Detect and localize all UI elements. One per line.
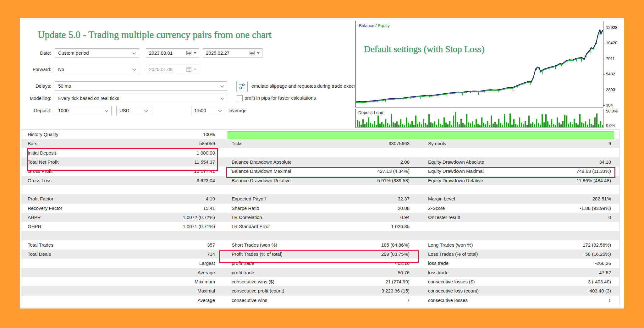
- chart-legend: Balance / Equity: [359, 23, 390, 28]
- date-to-field[interactable]: 2025.02.27: [203, 48, 262, 58]
- forward-select[interactable]: No: [55, 65, 139, 74]
- y-axis-label: 12928: [606, 25, 617, 30]
- profit-in-pips-label: profit in pips for faster calculations: [245, 93, 316, 103]
- modelling-label: Modelling:: [19, 94, 51, 103]
- table-row: Averageprofit trade50.76loss trade-47.62: [21, 268, 619, 277]
- profit-in-pips-checkbox[interactable]: [237, 95, 243, 101]
- caret-down-icon: [257, 52, 260, 54]
- table-row: Maximalconsecutive profit (count)3 223.3…: [21, 286, 619, 295]
- chevron-down-icon: [105, 110, 108, 112]
- y-axis-label: 10420: [606, 41, 617, 45]
- deposit-label: Deposit:: [19, 106, 51, 115]
- slippage-settings-button[interactable]: [236, 81, 248, 92]
- date-label: Date:: [19, 48, 51, 58]
- y-axis-label: 384: [606, 103, 613, 107]
- chart-title: Default settings (with Stop Loss): [364, 44, 484, 54]
- caret-down-icon: [194, 52, 196, 54]
- deposit-load-min-label: 0.0%: [606, 123, 615, 128]
- chevron-down-icon: [218, 110, 222, 112]
- chevron-down-icon: [144, 110, 148, 112]
- deposit-load-label: Deposit Load: [358, 110, 383, 115]
- table-row: GHPR1.0071 (0.71%)LR Standard Error1 026…: [21, 222, 619, 231]
- highlight-drawdown-maximal: [226, 167, 615, 178]
- table-row: Total Trades357Short Trades (won %)185 (…: [21, 240, 619, 249]
- y-axis-label: 5402: [606, 72, 615, 76]
- sliders-icon: [237, 81, 247, 92]
- forward-label: Forward:: [19, 65, 51, 74]
- history-quality-bar: [228, 131, 614, 139]
- slippage-note: emulate slippage and requotes during tra…: [251, 81, 355, 91]
- leverage-label: leverage: [228, 106, 247, 115]
- table-row: Averageconsecutive wins7consecutive loss…: [21, 296, 619, 305]
- strategy-tester-report: Update 5.0 - Trading multiple currency p…: [0, 0, 644, 328]
- calendar-icon: [186, 51, 192, 56]
- table-row: Recovery Factor15.41Sharpe Ratio20.88Z-S…: [21, 204, 619, 213]
- legend-balance[interactable]: Balance: [359, 23, 374, 28]
- chevron-down-icon: [220, 85, 224, 88]
- deposit-load-max-label: 50.0%: [606, 109, 618, 113]
- forward-date-field: 2025.01.08: [146, 65, 199, 74]
- page-title: Update 5.0 - Trading multiple currency p…: [38, 29, 272, 41]
- table-row: Profit Factor4.19Expected Payoff32.37Mar…: [21, 194, 619, 203]
- y-axis-label: 2893: [606, 87, 615, 92]
- delays-select[interactable]: 50 ms: [55, 81, 227, 91]
- balance-equity-plot: [355, 21, 603, 107]
- highlight-initial-deposit: [27, 148, 218, 171]
- modelling-select[interactable]: Every tick based on real ticks: [55, 94, 227, 103]
- date-mode-select[interactable]: Custom period: [55, 48, 139, 58]
- date-from-field[interactable]: 2023.08.01: [146, 48, 199, 58]
- legend-equity[interactable]: Equity: [378, 23, 390, 28]
- y-axis-label: 7911: [606, 56, 615, 61]
- delays-label: Delays:: [19, 81, 51, 91]
- deposit-select[interactable]: 1000: [55, 106, 112, 115]
- leverage-select[interactable]: 1:500: [191, 106, 225, 115]
- table-row: AHPR1.0072 (0.72%)LR Correlation0.94OnTe…: [21, 213, 619, 222]
- table-row: Bars585059Ticks33075663Symbols9: [21, 139, 619, 148]
- currency-select[interactable]: USD: [116, 106, 151, 115]
- highlight-profit-trades: [219, 250, 419, 263]
- table-row: [21, 231, 619, 240]
- deposit-load-plot: [355, 109, 603, 128]
- calendar-icon: [186, 67, 192, 72]
- chevron-down-icon: [132, 52, 136, 55]
- chevron-down-icon: [220, 97, 224, 100]
- table-row: Maximumconsecutive wins ($)21 (274.99)co…: [21, 277, 619, 286]
- calendar-icon: [250, 51, 255, 56]
- chevron-down-icon: [132, 68, 136, 71]
- caret-down-icon: [194, 68, 196, 70]
- table-row: [21, 185, 619, 194]
